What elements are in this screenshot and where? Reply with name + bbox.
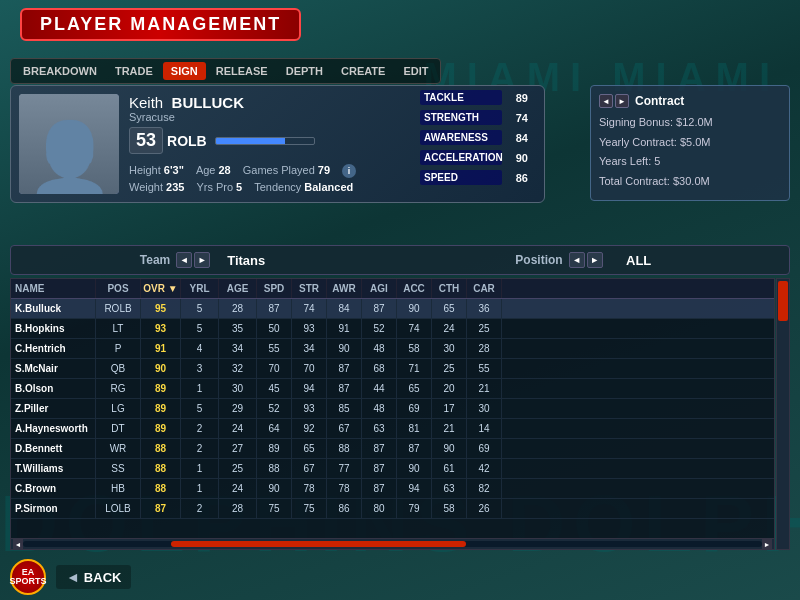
hscroll-right-btn[interactable]: ► [762, 539, 772, 549]
td-awr: 90 [327, 339, 362, 358]
attr-row-acceleration: ACCELERATION 90 [420, 150, 540, 165]
td-name: C.Hentrich [11, 339, 96, 358]
td-age: 25 [219, 459, 257, 478]
td-cth: 58 [432, 499, 467, 518]
td-awr: 91 [327, 319, 362, 338]
attr-label: SPEED [420, 170, 502, 185]
nav-tab-create[interactable]: CREATE [333, 62, 393, 80]
table-row[interactable]: A.HaynesworthDT8922464926763812114 [11, 419, 774, 439]
th-acc[interactable]: ACC [397, 279, 432, 298]
table-row[interactable]: D.BennettWR8822789658887879069 [11, 439, 774, 459]
position-selector: Position ◄ ► ALL [405, 252, 779, 268]
td-name: Z.Piller [11, 399, 96, 418]
td-spd: 70 [257, 359, 292, 378]
info-icon[interactable]: i [342, 164, 356, 178]
title-bar: PLAYER MANAGEMENT [20, 8, 301, 41]
td-acc: 90 [397, 299, 432, 318]
th-awr[interactable]: AWR [327, 279, 362, 298]
contract-title: Contract [635, 94, 684, 108]
td-age: 28 [219, 299, 257, 318]
td-pos: SS [96, 459, 141, 478]
contract-next-btn[interactable]: ► [615, 94, 629, 108]
th-pos[interactable]: POS [96, 279, 141, 298]
table-row[interactable]: T.WilliamsSS8812588677787906142 [11, 459, 774, 479]
ea-logo: EA SPORTS [10, 559, 46, 595]
table-row[interactable]: P.SirmonLOLB8722875758680795826 [11, 499, 774, 519]
th-age[interactable]: AGE [219, 279, 257, 298]
weight-label: Weight [129, 181, 163, 193]
th-ovr[interactable]: OVR ▼ [141, 279, 181, 298]
yearly-contract: Yearly Contract: $5.0M [599, 134, 781, 151]
th-name[interactable]: NAME [11, 279, 96, 298]
height-value: 6'3" [164, 164, 184, 178]
td-yrl: 1 [181, 459, 219, 478]
td-acc: 58 [397, 339, 432, 358]
td-awr: 87 [327, 379, 362, 398]
nav-tabs: BREAKDOWNTRADESIGNRELEASEDEPTHCREATEEDIT [10, 58, 441, 84]
table-row[interactable]: C.HentrichP9143455349048583028 [11, 339, 774, 359]
team-next-btn[interactable]: ► [194, 252, 210, 268]
td-cth: 20 [432, 379, 467, 398]
attr-label: STRENGTH [420, 110, 502, 125]
th-spd[interactable]: SPD [257, 279, 292, 298]
position-prev-btn[interactable]: ◄ [569, 252, 585, 268]
nav-tab-breakdown[interactable]: BREAKDOWN [15, 62, 105, 80]
position-selector-value: ALL [609, 253, 669, 268]
nav-tab-trade[interactable]: TRADE [107, 62, 161, 80]
td-car: 21 [467, 379, 502, 398]
position-next-btn[interactable]: ► [587, 252, 603, 268]
horizontal-scrollbar[interactable]: ◄ ► [10, 538, 775, 550]
age-value: 28 [218, 164, 230, 178]
team-selector: Team ◄ ► Titans [21, 252, 395, 268]
table-row[interactable]: K.BulluckROLB9552887748487906536 [11, 299, 774, 319]
vertical-scrollbar[interactable] [776, 278, 790, 550]
td-car: 25 [467, 319, 502, 338]
td-age: 34 [219, 339, 257, 358]
td-cth: 21 [432, 419, 467, 438]
td-name: B.Olson [11, 379, 96, 398]
td-str: 93 [292, 319, 327, 338]
table-row[interactable]: S.McNairQB9033270708768712555 [11, 359, 774, 379]
th-car[interactable]: CAR [467, 279, 502, 298]
nav-tab-edit[interactable]: EDIT [395, 62, 436, 80]
td-awr: 86 [327, 499, 362, 518]
td-name: T.Williams [11, 459, 96, 478]
table-row[interactable]: Z.PillerLG8952952938548691730 [11, 399, 774, 419]
hscroll-track [23, 541, 762, 547]
scrollbar-thumb[interactable] [778, 281, 788, 321]
td-yrl: 1 [181, 479, 219, 498]
table-row[interactable]: C.BrownHB8812490787887946382 [11, 479, 774, 499]
td-ovr: 95 [141, 299, 181, 318]
team-selector-value: Titans [216, 253, 276, 268]
th-agi[interactable]: AGI [362, 279, 397, 298]
td-car: 42 [467, 459, 502, 478]
table-body: K.BulluckROLB9552887748487906536B.Hopkin… [11, 299, 774, 519]
hscroll-left-btn[interactable]: ◄ [13, 539, 23, 549]
td-awr: 85 [327, 399, 362, 418]
th-str[interactable]: STR [292, 279, 327, 298]
td-pos: ROLB [96, 299, 141, 318]
td-name: K.Bulluck [11, 299, 96, 318]
th-cth[interactable]: CTH [432, 279, 467, 298]
td-str: 65 [292, 439, 327, 458]
td-cth: 25 [432, 359, 467, 378]
team-prev-btn[interactable]: ◄ [176, 252, 192, 268]
table-row[interactable]: B.OlsonRG8913045948744652021 [11, 379, 774, 399]
contract-prev-btn[interactable]: ◄ [599, 94, 613, 108]
hscroll-thumb[interactable] [171, 541, 467, 547]
position-nav: ◄ ► [569, 252, 603, 268]
nav-tab-sign[interactable]: SIGN [163, 62, 206, 80]
nav-tab-depth[interactable]: DEPTH [278, 62, 331, 80]
td-acc: 87 [397, 439, 432, 458]
nav-tab-release[interactable]: RELEASE [208, 62, 276, 80]
attr-label: ACCELERATION [420, 150, 502, 165]
td-agi: 87 [362, 459, 397, 478]
attr-row-strength: STRENGTH 74 [420, 110, 540, 125]
attr-row-speed: SPEED 86 [420, 170, 540, 185]
table-row[interactable]: B.HopkinsLT9353550939152742425 [11, 319, 774, 339]
td-pos: DT [96, 419, 141, 438]
back-button[interactable]: ◄ BACK [56, 565, 131, 589]
th-yrl[interactable]: YRL [181, 279, 219, 298]
team-nav: ◄ ► [176, 252, 210, 268]
back-label: BACK [84, 570, 122, 585]
